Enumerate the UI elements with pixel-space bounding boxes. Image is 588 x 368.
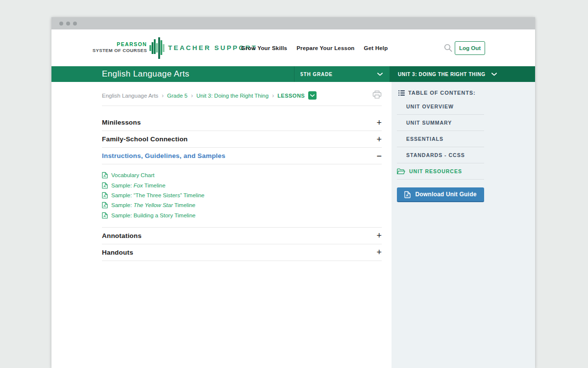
window-dot: [73, 22, 77, 26]
breadcrumb-separator: ›: [162, 92, 164, 99]
sidebar-item-label: STANDARDS - CCSS: [406, 152, 465, 158]
collapse-icon[interactable]: −: [376, 152, 382, 160]
accordion-title: Instructions, Guidelines, and Samples: [102, 152, 225, 159]
table-of-contents-list: UNIT OVERVIEWUNIT SUMMARYESSENTIALSSTAND…: [397, 99, 484, 180]
grade-label: 5TH GRADE: [300, 72, 333, 77]
sidebar-item-label: UNIT RESOURCES: [409, 168, 462, 174]
divider: [102, 105, 382, 106]
breadcrumb-item-grade-5[interactable]: Grade 5: [167, 93, 188, 99]
app-window: PEARSON SYSTEM OF COURSES TEACHER SUPPOR…: [51, 17, 535, 368]
pdf-icon: [404, 191, 411, 198]
open-folder-icon: [397, 168, 405, 175]
table-of-contents-title: TABLE OF CONTENTS:: [408, 90, 476, 96]
sidebar-item-unit-resources[interactable]: UNIT RESOURCES: [397, 163, 484, 180]
accordion-title: Handouts: [102, 249, 133, 256]
printer-icon[interactable]: [372, 90, 382, 101]
sidebar-item-label: ESSENTIALS: [406, 136, 443, 142]
search-icon[interactable]: [444, 44, 452, 53]
window-dot: [66, 22, 70, 26]
unit-selector[interactable]: UNIT 3: DOING THE RIGHT THING: [390, 66, 535, 82]
brand-line2: SYSTEM OF COURSES: [78, 48, 147, 53]
resource-link-sample-the-yellow-star-timeline[interactable]: Sample: The Yellow Star Timeline: [102, 200, 382, 210]
accordion-section-handouts[interactable]: Handouts+: [102, 244, 382, 261]
expand-icon[interactable]: +: [376, 231, 382, 240]
resource-link-label: Sample: “The Three Sisters” Timeline: [111, 192, 204, 198]
resource-link-label: Vocabulary Chart: [111, 172, 154, 178]
pdf-icon: [102, 212, 108, 219]
breadcrumb-item-unit-3-doing-the-right-thing[interactable]: Unit 3: Doing the Right Thing: [196, 93, 269, 99]
pearson-logo[interactable]: PEARSON SYSTEM OF COURSES: [78, 41, 147, 53]
accordion-section-minilessons[interactable]: Minilessons+: [102, 114, 382, 131]
sidebar-item-label: UNIT OVERVIEW: [406, 104, 454, 109]
resource-link-vocabulary-chart[interactable]: Vocabulary Chart: [102, 170, 382, 180]
accordion-section-instructions-guidelines-and-samples[interactable]: Instructions, Guidelines, and Samples−: [102, 148, 382, 164]
accordion-title: Annotations: [102, 232, 142, 239]
course-bar: English Language Arts 5TH GRADE UNIT 3: …: [51, 66, 535, 82]
chevron-down-icon: [310, 94, 315, 97]
list-icon: [398, 90, 405, 96]
sidebar-item-label: UNIT SUMMARY: [406, 120, 452, 126]
resource-link-label: Sample: The Yellow Star Timeline: [111, 202, 196, 208]
expand-icon[interactable]: +: [376, 118, 382, 127]
pdf-icon: [102, 172, 108, 179]
accordion-section-annotations[interactable]: Annotations+: [102, 228, 382, 244]
unit-label: UNIT 3: DOING THE RIGHT THING: [398, 72, 486, 77]
download-unit-guide-button[interactable]: Download Unit Guide: [397, 187, 484, 202]
main-nav: Grow Your SkillsPrepare Your LessonGet H…: [241, 29, 388, 66]
accordion-title: Family-School Connection: [102, 135, 188, 143]
resource-link-sample-fox-timeline[interactable]: Sample: Fox Timeline: [102, 180, 382, 190]
breadcrumb: English Language Arts›Grade 5›Unit 3: Do…: [102, 91, 382, 100]
breadcrumb-item-english-language-arts: English Language Arts: [102, 93, 158, 99]
grade-selector[interactable]: 5TH GRADE: [294, 66, 390, 82]
content-area: English Language Arts›Grade 5›Unit 3: Do…: [51, 82, 535, 368]
sidebar-item-unit-summary[interactable]: UNIT SUMMARY: [397, 115, 484, 131]
nav-item-get-help[interactable]: Get Help: [364, 45, 388, 51]
chevron-down-icon: [491, 73, 497, 76]
sidebar-inner: TABLE OF CONTENTS: UNIT OVERVIEWUNIT SUM…: [397, 87, 484, 202]
course-title: English Language Arts: [51, 66, 294, 82]
log-out-button[interactable]: Log Out: [455, 41, 485, 55]
lessons-accordion: Minilessons+Family-School Connection+Ins…: [102, 114, 382, 261]
pdf-icon: [102, 202, 108, 209]
nav-item-prepare-your-lesson[interactable]: Prepare Your Lesson: [296, 45, 354, 51]
expand-icon[interactable]: +: [376, 248, 382, 257]
sidebar: TABLE OF CONTENTS: UNIT OVERVIEWUNIT SUM…: [392, 82, 535, 368]
window-dot: [59, 22, 63, 26]
resource-link-label: Sample: Building a Story Timeline: [111, 212, 196, 218]
accordion-title: Minilessons: [102, 119, 141, 126]
nav-item-grow-your-skills[interactable]: Grow Your Skills: [241, 45, 287, 51]
resource-link-label: Sample: Fox Timeline: [111, 183, 166, 188]
breadcrumb-separator: ›: [272, 92, 274, 99]
chevron-down-icon: [377, 73, 383, 76]
breadcrumb-separator: ›: [191, 92, 193, 99]
pdf-icon: [102, 182, 108, 189]
breadcrumb-current-lessons[interactable]: LESSONS: [277, 93, 305, 99]
sidebar-item-unit-overview[interactable]: UNIT OVERVIEW: [397, 99, 484, 115]
accordion-section-family-school-connection[interactable]: Family-School Connection+: [102, 131, 382, 148]
download-unit-guide-label: Download Unit Guide: [415, 191, 476, 198]
app-header: PEARSON SYSTEM OF COURSES TEACHER SUPPOR…: [51, 29, 535, 66]
main-column: English Language Arts›Grade 5›Unit 3: Do…: [51, 82, 392, 368]
pdf-icon: [102, 192, 108, 199]
pearson-bars-logo-icon: [149, 35, 165, 63]
expand-icon[interactable]: +: [376, 135, 382, 144]
accordion-body-instructions-guidelines-and-samples: Vocabulary ChartSample: Fox TimelineSamp…: [102, 164, 382, 228]
sidebar-item-essentials[interactable]: ESSENTIALS: [397, 131, 484, 147]
window-chrome-bar: [51, 17, 535, 29]
table-of-contents-header: TABLE OF CONTENTS:: [397, 87, 484, 99]
lessons-dropdown-button[interactable]: [308, 91, 317, 100]
resource-link-sample-the-three-sisters-timeline[interactable]: Sample: “The Three Sisters” Timeline: [102, 190, 382, 200]
sidebar-item-standards-ccss[interactable]: STANDARDS - CCSS: [397, 147, 484, 163]
resource-link-sample-building-a-story-timeline[interactable]: Sample: Building a Story Timeline: [102, 210, 382, 220]
brand-line1: PEARSON: [78, 41, 147, 48]
